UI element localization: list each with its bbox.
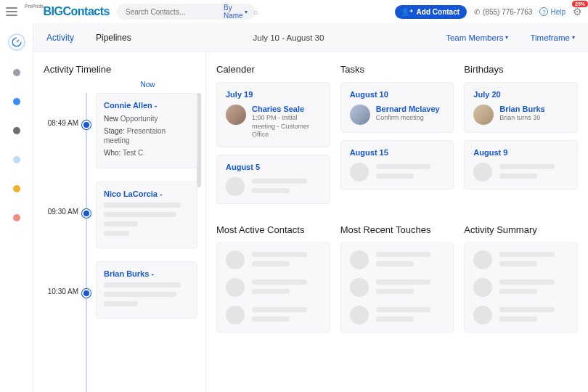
activity-summary-column: Activity Summary: [464, 224, 578, 340]
person-detail: 1:00 PM - Initial meeting - Customer Off…: [252, 114, 321, 139]
entry-card[interactable]: Connie Allen - New Opportunity Stage: Pr…: [96, 93, 197, 168]
card-date: August 5: [226, 163, 321, 171]
avatar-placeholder: [350, 163, 369, 181]
avatar: [350, 105, 370, 125]
avatar-placeholder: [226, 278, 245, 297]
search-bar[interactable]: By Name ▾ ⌕: [117, 4, 255, 20]
task-card[interactable]: August 15: [340, 140, 454, 189]
person-detail: Confirm meeting: [376, 114, 440, 123]
sidebar-dashboard[interactable]: [8, 33, 25, 51]
sidebar: [0, 23, 33, 392]
timeline-column: Activity Timeline Now 08:49 AM Connie Al…: [33, 52, 206, 392]
task-card[interactable]: August 10 Bernard Mclavey Confirm meetin…: [340, 82, 454, 133]
chevron-down-icon: ▾: [572, 34, 575, 41]
avatar-placeholder: [350, 306, 369, 324]
entry-name: Nico LaCorcia -: [104, 189, 189, 198]
person-plus-icon: 👤⁺: [401, 8, 413, 16]
tasks-column: Tasks August 10 Bernard Mclavey Confirm …: [340, 64, 454, 211]
avatar: [473, 105, 494, 125]
avatar-placeholder: [226, 177, 245, 196]
search-icon[interactable]: ⌕: [253, 7, 258, 16]
chevron-down-icon: ▾: [245, 9, 248, 15]
calendar-card[interactable]: July 19 Charies Seale 1:00 PM - Initial …: [216, 82, 330, 147]
entry-time: 10:30 AM: [44, 261, 78, 319]
birthday-card[interactable]: August 9: [464, 140, 578, 189]
timeline-now-label: Now: [94, 81, 201, 89]
add-contact-button[interactable]: 👤⁺ Add Contact: [395, 5, 467, 19]
timeline-title: Activity Timeline: [44, 64, 201, 75]
card-date: August 15: [350, 148, 445, 157]
search-by-dropdown[interactable]: By Name ▾: [224, 4, 248, 20]
tab-pipelines[interactable]: Pipelines: [96, 33, 131, 43]
person-name: Bernard Mclavey: [376, 105, 440, 113]
topbar: ProProfs BIGContacts By Name ▾ ⌕ 👤⁺ Add …: [0, 0, 588, 23]
calendar-column: Calender July 19 Charies Seale 1:00 PM -…: [216, 64, 330, 211]
phone-number[interactable]: ✆ (855) 776-7763: [474, 8, 532, 16]
birthdays-column: Birthdays July 20 Brian Burks Brian turn…: [464, 64, 578, 211]
entry-name: Brian Burks -: [104, 269, 189, 278]
card-date: July 20: [473, 90, 568, 99]
timeline-dot-icon: [82, 289, 91, 298]
sidebar-dot-3[interactable]: [9, 123, 24, 138]
column-title: Most Recent Touches: [340, 224, 454, 235]
sidebar-dot-6[interactable]: [9, 211, 24, 225]
avatar-placeholder: [350, 278, 369, 297]
entry-time: 09:30 AM: [44, 181, 78, 248]
timeline-entry: 10:30 AM Brian Burks -: [44, 261, 201, 319]
sidebar-dot-1[interactable]: [9, 65, 24, 80]
subtab-bar: Activity Pipelines July 10 - August 30 T…: [33, 23, 588, 52]
card-date: August 9: [473, 148, 568, 157]
menu-icon[interactable]: [6, 7, 17, 16]
calendar-card[interactable]: August 5: [216, 155, 330, 204]
entry-time: 08:49 AM: [44, 93, 78, 168]
settings-button[interactable]: ⚙ 25%: [573, 5, 582, 18]
summary-card[interactable]: [340, 242, 454, 332]
date-range-label: July 10 - August 30: [153, 33, 425, 42]
summary-card[interactable]: [464, 242, 578, 332]
avatar-placeholder: [350, 250, 369, 269]
column-title: Tasks: [340, 64, 454, 75]
timeline-entry: 08:49 AM Connie Allen - New Opportunity …: [44, 93, 201, 168]
recent-touches-column: Most Recent Touches: [340, 224, 454, 340]
help-link[interactable]: ? Help: [539, 7, 565, 16]
column-title: Activity Summary: [464, 224, 578, 235]
avatar-placeholder: [473, 278, 492, 297]
tab-activity[interactable]: Activity: [46, 33, 74, 43]
avatar: [226, 105, 246, 125]
summary-card[interactable]: [216, 242, 330, 332]
sidebar-dot-4[interactable]: [9, 152, 24, 167]
logo-prefix: ProProfs: [25, 4, 44, 9]
sidebar-dot-2[interactable]: [9, 94, 24, 109]
search-input[interactable]: [126, 8, 218, 16]
person-detail: Brian turns 39: [499, 114, 544, 123]
timeframe-dropdown[interactable]: Timeframe ▾: [530, 33, 575, 42]
logo-rest: Contacts: [63, 5, 110, 18]
person-name: Charies Seale: [252, 105, 321, 113]
phone-icon: ✆: [474, 8, 480, 16]
chevron-down-icon: ▾: [505, 34, 508, 41]
avatar-placeholder: [226, 250, 245, 269]
person-name: Brian Burks: [499, 105, 544, 113]
avatar-placeholder: [473, 250, 492, 269]
active-contacts-column: Most Active Contacts: [216, 224, 330, 340]
birthday-card[interactable]: July 20 Brian Burks Brian turns 39: [464, 82, 578, 133]
timeline-entry: 09:30 AM Nico LaCorcia -: [44, 181, 201, 248]
avatar-placeholder: [473, 163, 492, 181]
team-members-dropdown[interactable]: Team Members ▾: [446, 33, 508, 42]
help-icon: ?: [539, 7, 548, 16]
entry-card[interactable]: Brian Burks -: [96, 261, 197, 319]
card-date: August 10: [350, 90, 445, 99]
settings-badge: 25%: [572, 1, 588, 7]
entry-card[interactable]: Nico LaCorcia -: [96, 181, 197, 248]
column-title: Birthdays: [464, 64, 578, 75]
logo-big: BIG: [44, 5, 63, 18]
entry-name: Connie Allen -: [104, 101, 189, 110]
logo[interactable]: ProProfs BIGContacts: [25, 5, 110, 18]
column-title: Calender: [216, 64, 330, 75]
avatar-placeholder: [226, 306, 245, 324]
sidebar-dot-5[interactable]: [9, 181, 24, 196]
column-title: Most Active Contacts: [216, 224, 330, 235]
timeline-dot-icon: [82, 209, 91, 218]
avatar-placeholder: [473, 306, 492, 324]
gear-icon: ⚙: [573, 6, 582, 17]
